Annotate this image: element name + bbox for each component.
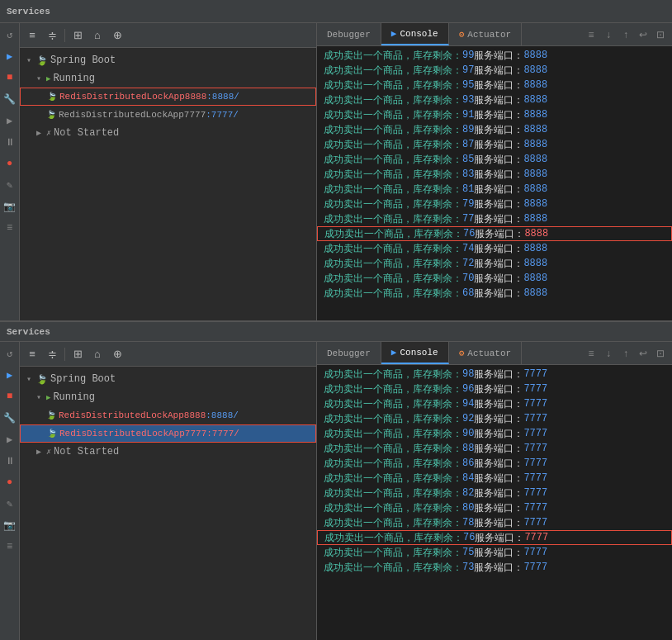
- record-icon-2[interactable]: ●: [2, 474, 18, 491]
- scroll-end-btn[interactable]: ↓: [600, 26, 617, 43]
- panel-2-tree: ▾ 🍃 Spring Boot ▾ ▶ Running 🍃 RedisDistr…: [20, 367, 316, 464]
- arrow-not-started-2: ▶: [36, 447, 46, 457]
- camera-icon-2[interactable]: 📷: [2, 517, 18, 533]
- panel-1: Services ↺ ▶ ■ 🔧 ▶ ⏸ ● ✎ 📷 ≡ ≡ ≑ ⊞ ⌂ ⊕: [0, 0, 672, 322]
- app7777-port-2: :7777/: [206, 429, 239, 439]
- line-suffix: 服务端口：: [474, 138, 523, 152]
- camera-icon[interactable]: 📷: [2, 198, 18, 215]
- tab-debugger-2[interactable]: Debugger: [317, 342, 381, 364]
- stop-icon[interactable]: ■: [2, 69, 18, 86]
- toolbar-sep-1: [64, 29, 65, 42]
- app8888-icon: 🍃: [47, 92, 57, 102]
- line-number: 77: [462, 213, 474, 225]
- line-suffix: 服务端口：: [474, 123, 523, 137]
- tab-actuator-2[interactable]: ⚙ Actuator: [449, 342, 522, 364]
- pause-icon[interactable]: ⏸: [2, 134, 18, 150]
- line-port: 8888: [523, 139, 547, 150]
- tree-item-spring-boot[interactable]: ▾ 🍃 Spring Boot: [20, 51, 316, 69]
- menu-icon-2[interactable]: ≡: [2, 538, 18, 555]
- resume-icon-2[interactable]: ▶: [2, 431, 18, 448]
- line-text: 成功卖出一个商品，库存剩余：: [324, 138, 462, 152]
- line-port-2: 7777: [523, 413, 547, 424]
- console-line-2-8: 成功卖出一个商品，库存剩余： 82 服务端口：7777: [317, 486, 672, 500]
- tree-item-app7777[interactable]: 🍃 RedisDistributedLockApp7777 :7777/: [20, 106, 316, 124]
- copy-btn[interactable]: ⊡: [652, 26, 669, 43]
- resume-icon[interactable]: ▶: [2, 112, 18, 129]
- toolbar-btn-filter-2[interactable]: ⌂: [88, 345, 106, 363]
- line-port-2: 7777: [524, 532, 548, 543]
- tree-item-app8888[interactable]: 🍃 RedisDistributedLockApp8888 :8888/: [20, 88, 316, 106]
- tree-item-not-started[interactable]: ▶ ✗ Not Started: [20, 124, 316, 142]
- scroll-start-btn[interactable]: ↑: [618, 26, 634, 43]
- pause-icon-2[interactable]: ⏸: [2, 453, 18, 469]
- app7777-port: :7777/: [206, 110, 239, 120]
- console-line-2-9: 成功卖出一个商品，库存剩余： 80 服务端口：7777: [317, 500, 672, 515]
- tree-item-app8888-2[interactable]: 🍃 RedisDistributedLockApp8888 :8888/: [20, 406, 316, 424]
- refresh-icon[interactable]: ↺: [2, 26, 18, 43]
- scroll-start-btn-2[interactable]: ↑: [618, 345, 634, 362]
- edit-icon[interactable]: ✎: [2, 177, 18, 193]
- tab-debugger[interactable]: Debugger: [317, 23, 381, 45]
- console-line-2-6: 成功卖出一个商品，库存剩余： 86 服务端口：7777: [317, 456, 672, 471]
- stop-icon-2[interactable]: ■: [2, 388, 18, 405]
- settings-icon[interactable]: 🔧: [2, 91, 18, 107]
- edit-icon-2[interactable]: ✎: [2, 495, 18, 512]
- line-suffix: 服务端口：: [474, 153, 523, 167]
- tree-item-not-started-2[interactable]: ▶ ✗ Not Started: [20, 443, 316, 461]
- panel-2-console[interactable]: 成功卖出一个商品，库存剩余： 98 服务端口：7777成功卖出一个商品，库存剩余…: [317, 365, 672, 640]
- console-icon-2: ▶: [391, 347, 397, 358]
- console-line-2-3: 成功卖出一个商品，库存剩余： 92 服务端口：7777: [317, 411, 672, 426]
- toolbar-btn-group[interactable]: ≑: [43, 26, 61, 45]
- app8888-port-2: :8888/: [206, 410, 239, 420]
- tree-item-spring-boot-2[interactable]: ▾ 🍃 Spring Boot: [20, 370, 316, 388]
- toolbar-btn-list[interactable]: ≡: [23, 26, 41, 45]
- toolbar-btn-grid-2[interactable]: ⊞: [69, 345, 87, 363]
- wrap-btn[interactable]: ↩: [635, 26, 651, 43]
- line-text: 成功卖出一个商品，库存剩余：: [324, 78, 462, 92]
- line-suffix-2: 服务端口：: [474, 367, 523, 382]
- toolbar-btn-filter[interactable]: ⌂: [88, 26, 106, 45]
- panel-1-right: Debugger ▶ Console ⚙ Actuator ≡ ↓ ↑ ↩ ⊡: [317, 23, 672, 320]
- toolbar-btn-add-2[interactable]: ⊕: [108, 345, 126, 363]
- menu-icon[interactable]: ≡: [2, 220, 18, 236]
- toolbar-btn-list-2[interactable]: ≡: [23, 345, 41, 363]
- line-port-2: 7777: [523, 502, 547, 514]
- panel-2-tab-bar: Debugger ▶ Console ⚙ Actuator ≡ ↓ ↑ ↩ ⊡: [317, 342, 672, 365]
- tab-console[interactable]: ▶ Console: [381, 23, 449, 45]
- line-text: 成功卖出一个商品，库存剩余：: [324, 212, 462, 226]
- tab-console-2[interactable]: ▶ Console: [381, 342, 449, 364]
- wrap-btn-2[interactable]: ↩: [635, 345, 651, 362]
- not-started-label-2: Not Started: [54, 446, 119, 457]
- run-icon[interactable]: ▶: [2, 48, 18, 64]
- app8888-port: :8888/: [206, 92, 239, 102]
- line-text: 成功卖出一个商品，库存剩余：: [324, 227, 463, 241]
- run-icon-2[interactable]: ▶: [2, 367, 18, 383]
- copy-btn-2[interactable]: ⊡: [652, 345, 669, 362]
- line-suffix: 服务端口：: [474, 197, 523, 211]
- line-port-2: 7777: [523, 368, 547, 380]
- record-icon[interactable]: ●: [2, 155, 18, 172]
- app8888-name-2: RedisDistributedLockApp8888: [59, 410, 206, 420]
- clear-btn[interactable]: ≡: [583, 26, 599, 43]
- line-suffix-2: 服务端口：: [474, 457, 523, 471]
- settings-icon-2[interactable]: 🔧: [2, 410, 18, 426]
- line-number: 91: [462, 109, 474, 121]
- tree-item-running[interactable]: ▾ ▶ Running: [20, 69, 316, 88]
- toolbar-btn-add[interactable]: ⊕: [108, 26, 126, 45]
- toolbar-btn-group-2[interactable]: ≑: [43, 345, 61, 363]
- actuator-icon-2: ⚙: [459, 348, 465, 358]
- tab-actuator[interactable]: ⚙ Actuator: [449, 23, 522, 45]
- tree-item-app7777-2[interactable]: 🍃 RedisDistributedLockApp7777 :7777/: [20, 424, 316, 443]
- line-text-2: 成功卖出一个商品，库存剩余：: [324, 516, 462, 530]
- tree-item-running-2[interactable]: ▾ ▶ Running: [20, 388, 316, 406]
- line-number: 74: [462, 243, 474, 254]
- panel-1-console[interactable]: 成功卖出一个商品，库存剩余： 99 服务端口：8888成功卖出一个商品，库存剩余…: [317, 46, 672, 320]
- console-line-3: 成功卖出一个商品，库存剩余： 93 服务端口：8888: [317, 92, 672, 107]
- line-text-2: 成功卖出一个商品，库存剩余：: [324, 472, 462, 486]
- scroll-end-btn-2[interactable]: ↓: [600, 345, 617, 362]
- refresh-icon-2[interactable]: ↺: [2, 345, 18, 362]
- toolbar-sep-2: [64, 348, 65, 361]
- line-number-2: 86: [462, 457, 474, 469]
- toolbar-btn-grid[interactable]: ⊞: [69, 26, 87, 45]
- clear-btn-2[interactable]: ≡: [583, 345, 599, 362]
